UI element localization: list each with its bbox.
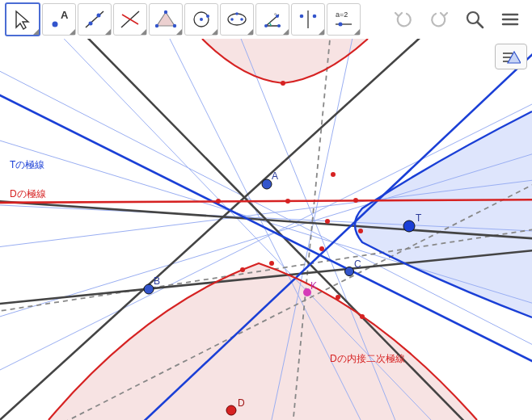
svg-point-66 [319,246,324,251]
tool-circle[interactable] [184,3,218,36]
perp-icon [119,8,141,31]
svg-point-58 [331,172,336,177]
tool-perp[interactable] [113,3,147,36]
svg-point-64 [336,295,340,300]
svg-point-59 [353,198,358,203]
polygon-icon [154,8,177,31]
svg-text:a=2: a=2 [336,10,348,19]
slider-icon: a=2 [332,8,355,31]
svg-point-63 [240,267,245,272]
svg-point-16 [235,12,239,15]
svg-line-28 [477,22,483,27]
svg-point-9 [155,24,158,27]
svg-point-61 [358,229,363,233]
point-T-label: T [416,212,422,224]
svg-point-23 [313,15,317,19]
tool-reflect[interactable] [291,3,325,36]
ellipse-icon [226,8,248,31]
svg-point-60 [325,219,330,224]
svg-point-15 [240,18,243,21]
line-icon [83,8,106,31]
tool-polygon[interactable] [149,3,183,36]
svg-point-4 [97,14,101,18]
tool-move[interactable] [5,2,40,36]
svg-text:°: ° [274,12,277,19]
search-button[interactable] [461,6,488,33]
menu-button[interactable] [496,6,524,33]
svg-point-71 [226,405,236,415]
svg-point-65 [360,314,365,319]
point-icon: A [48,8,70,31]
d-inscribed-label: Dの内接二次極線 [330,353,405,364]
svg-point-57 [285,199,290,204]
tool-slider[interactable]: a=2 [327,3,361,36]
svg-point-55 [216,199,221,204]
toolbar: A ° a=2 [0,0,532,39]
geometry-canvas[interactable]: A B C T D K Tの極線 Dの極線 Dの内接二次極線 [0,39,532,420]
point-D-label: D [238,397,245,409]
svg-line-6 [122,15,138,24]
redo-button[interactable] [425,6,453,33]
svg-line-2 [86,11,103,27]
svg-point-14 [230,18,234,21]
point-C-label: C [354,258,361,270]
reflect-icon [297,8,319,31]
svg-point-11 [200,18,203,21]
svg-point-69 [345,267,354,276]
svg-point-17 [264,24,268,27]
svg-point-8 [173,24,176,27]
move-icon [11,8,34,31]
svg-point-0 [53,22,58,27]
svg-point-67 [262,179,272,189]
angle-icon: ° [261,8,284,31]
t-polar-label: Tの極線 [10,159,44,170]
svg-point-70 [403,220,415,232]
d-polar-label: Dの極線 [10,188,46,200]
svg-point-56 [281,81,285,86]
tool-angle[interactable]: ° [255,3,289,36]
svg-point-7 [164,10,167,14]
circle-icon [190,8,213,31]
point-A-label: A [272,170,278,182]
point-K-label: K [310,280,317,292]
tool-ellipse[interactable] [220,3,254,36]
svg-point-62 [269,261,274,266]
pink-conic-lower-fill [49,263,477,420]
svg-point-3 [89,22,93,26]
undo-button[interactable] [390,6,417,33]
svg-point-26 [339,23,343,27]
tool-line[interactable] [78,3,112,36]
svg-point-12 [206,15,209,18]
svg-point-68 [144,284,154,294]
svg-point-22 [300,15,304,19]
svg-point-19 [277,24,281,27]
point-B-label: B [154,275,160,287]
style-icon [501,48,521,65]
style-panel-button[interactable] [495,44,527,69]
svg-text:A: A [61,9,69,21]
tool-point[interactable]: A [42,3,76,36]
